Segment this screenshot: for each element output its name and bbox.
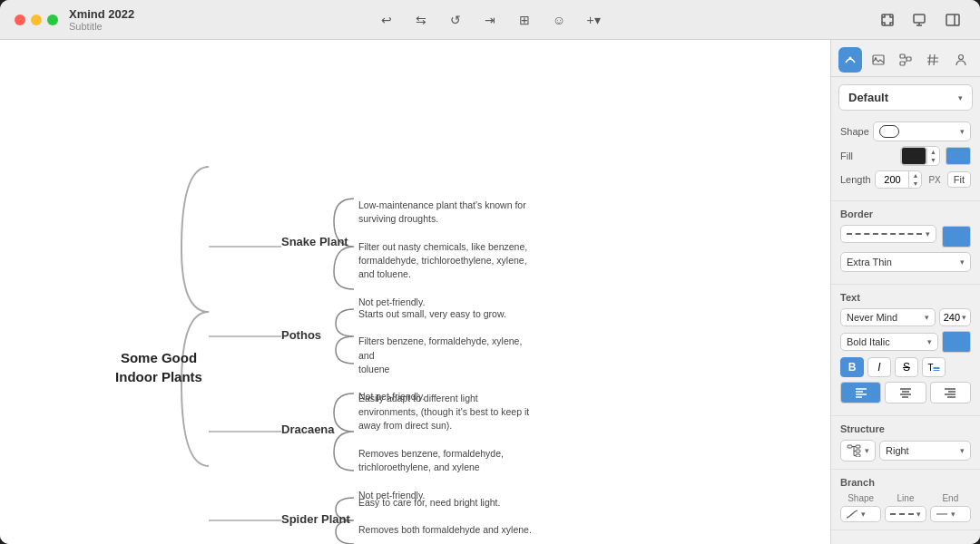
font-size-selector[interactable]: 240 ▾ (939, 308, 971, 326)
branch-line-col-label: Line (885, 493, 926, 503)
theme-label: Default (848, 91, 888, 104)
title-info: Xmind 2022 Subtitle (69, 7, 134, 33)
italic-button[interactable]: I (867, 357, 891, 377)
border-label: Border (840, 209, 971, 219)
shape-chevron-icon: ▾ (960, 127, 965, 136)
align-right-button[interactable] (930, 382, 971, 403)
length-stepper[interactable]: 200 ▲ ▼ (875, 170, 922, 189)
fill-color-swatch[interactable] (901, 147, 926, 165)
shape-selector[interactable]: ▾ (873, 121, 971, 141)
branch-line-selector[interactable]: ▾ (885, 506, 926, 522)
border-line-chevron: ▾ (926, 229, 930, 238)
fill-row: Fill ▲ ▼ (840, 146, 971, 166)
svg-rect-13 (900, 62, 905, 65)
theme-selector[interactable]: Default ▾ (838, 84, 973, 111)
border-thickness-row[interactable]: Extra Thin ▾ (840, 252, 971, 272)
node-text-pothos: Starts out small, very easy to grow. Fil… (358, 307, 540, 404)
emoji-icon[interactable]: ☺ (547, 8, 571, 32)
tab-diagram[interactable] (894, 47, 917, 73)
font-size-value: 240 (944, 312, 960, 323)
strikethrough-button[interactable]: S (895, 357, 918, 377)
font-row: Never Mind ▾ 240 ▾ (840, 308, 971, 326)
table-icon[interactable]: ⊞ (513, 8, 536, 32)
length-row: Length 200 ▲ ▼ PX Fit (840, 170, 971, 189)
svg-point-10 (874, 57, 876, 59)
border-section: Border ▾ Extra Thin ▾ (831, 201, 980, 285)
text-label: Text (840, 292, 971, 303)
fill-stepper[interactable]: ▲ ▼ (900, 146, 940, 166)
minimize-button[interactable] (31, 15, 42, 25)
font-selector[interactable]: Never Mind ▾ (840, 308, 936, 326)
insert-icon[interactable]: ⇥ (478, 8, 502, 32)
border-color-swatch[interactable] (942, 226, 971, 248)
redo-icon[interactable]: ⇆ (409, 8, 433, 32)
undo-icon[interactable]: ↩ (375, 8, 398, 32)
svg-rect-1 (914, 15, 925, 23)
toolbar-center: ↩ ⇆ ↺ ⇥ ⊞ ☺ +▾ (375, 8, 605, 32)
text-color-button[interactable]: T▬ (922, 357, 946, 377)
panel-toggle-icon[interactable] (940, 7, 965, 33)
node-label-pothos: Pothos (281, 328, 321, 342)
node-label-spider-plant: Spider Plant (281, 512, 350, 526)
close-button[interactable] (15, 15, 25, 25)
svg-point-8 (849, 57, 852, 60)
tab-hash[interactable] (921, 47, 945, 73)
tab-person[interactable] (949, 47, 973, 73)
svg-rect-35 (856, 450, 860, 452)
length-label: Length (840, 174, 873, 185)
structure-direction-chevron: ▾ (960, 446, 965, 455)
branch-shape-selector[interactable]: ▾ (840, 506, 881, 522)
fullscreen-button[interactable] (47, 15, 58, 25)
mindmap: Some Good Indoor Plants Snake Plant Low-… (0, 40, 681, 544)
branch-shape-col-label: Shape (840, 493, 881, 503)
fill-up-arrow[interactable]: ▲ (927, 148, 939, 156)
length-up-arrow[interactable]: ▲ (909, 171, 921, 180)
text-style-value: Bold Italic (847, 336, 890, 347)
text-style-row: Bold Italic ▾ (840, 331, 971, 353)
text-format-row: B I S T▬ (840, 357, 971, 377)
mindmap-svg (0, 40, 681, 544)
align-left-button[interactable] (840, 382, 881, 403)
node-label-dracaena: Dracaena (281, 423, 335, 436)
border-dashed-line (847, 233, 922, 235)
present-icon[interactable] (907, 7, 933, 33)
titlebar: Xmind 2022 Subtitle ↩ ⇆ ↺ ⇥ ⊞ ☺ +▾ (0, 0, 980, 40)
font-name: Never Mind (847, 312, 897, 323)
add-icon[interactable]: +▾ (582, 8, 605, 32)
shape-row: Shape ▾ (840, 121, 971, 141)
branch-section: Branch Shape Line End ▾ ▾ (831, 470, 980, 530)
structure-row: ▾ Right ▾ (840, 440, 971, 461)
length-down-arrow[interactable]: ▼ (909, 180, 921, 188)
canvas[interactable]: Some Good Indoor Plants Snake Plant Low-… (0, 40, 830, 544)
text-color-swatch[interactable] (942, 331, 971, 353)
length-input[interactable]: 200 (876, 171, 908, 188)
fit-button[interactable]: Fit (947, 171, 971, 188)
node-text-snake-plant: Low-maintenance plant that's known forsu… (358, 199, 527, 309)
structure-type-selector[interactable]: ▾ (840, 440, 876, 461)
structure-direction-selector[interactable]: Right ▾ (879, 441, 971, 461)
branch-shape-chevron: ▾ (861, 510, 866, 519)
border-line-selector[interactable]: ▾ (840, 225, 936, 243)
fill-stepper-arrows[interactable]: ▲ ▼ (926, 148, 939, 164)
tab-style[interactable] (838, 47, 862, 73)
fit-screen-icon[interactable] (875, 7, 900, 33)
theme-chevron-icon: ▾ (958, 93, 963, 102)
bold-button[interactable]: B (840, 357, 864, 377)
tab-image[interactable] (866, 47, 889, 73)
length-unit: PX (928, 175, 940, 185)
history-icon[interactable]: ↺ (444, 8, 467, 32)
fill-accent-swatch[interactable] (946, 147, 971, 165)
branch-end-selector[interactable]: ▾ (930, 506, 971, 522)
text-align-row (840, 382, 971, 403)
app-subtitle: Subtitle (69, 21, 134, 32)
structure-type-chevron: ▾ (865, 446, 869, 455)
fill-down-arrow[interactable]: ▼ (927, 156, 939, 164)
main-content: Some Good Indoor Plants Snake Plant Low-… (0, 40, 980, 544)
structure-label: Structure (840, 423, 971, 434)
align-center-button[interactable] (885, 382, 926, 403)
text-section: Text Never Mind ▾ 240 ▾ Bold Italic ▾ (831, 285, 980, 416)
border-thickness-chevron: ▾ (960, 257, 965, 267)
text-style-selector[interactable]: Bold Italic ▾ (840, 333, 938, 351)
app-name: Xmind 2022 (69, 7, 134, 22)
central-topic: Some Good Indoor Plants (100, 348, 218, 386)
